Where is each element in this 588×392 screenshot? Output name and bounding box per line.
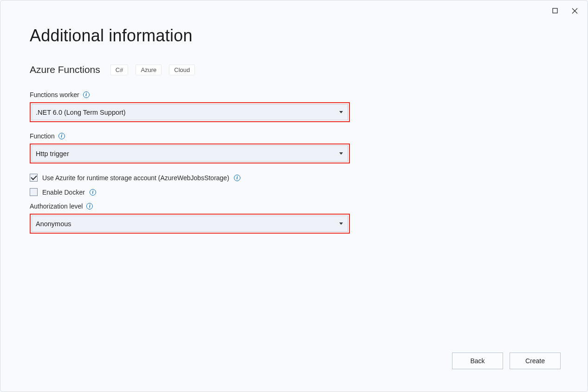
functions-worker-select[interactable]: .NET 6.0 (Long Term Support) [32, 104, 348, 120]
chevron-down-icon [339, 111, 343, 113]
select-value: Anonymous [36, 220, 71, 228]
info-icon[interactable]: i [90, 189, 96, 196]
info-icon[interactable]: i [58, 133, 65, 139]
checkbox-label: Enable Docker [42, 189, 85, 196]
functions-worker-highlight: .NET 6.0 (Long Term Support) [30, 102, 350, 122]
footer-buttons: Back Create [452, 353, 561, 369]
select-value: Http trigger [36, 150, 69, 157]
close-button[interactable] [569, 5, 580, 16]
label-text: Authorization level [30, 203, 83, 210]
docker-checkbox[interactable] [30, 188, 38, 196]
azurite-checkbox[interactable] [30, 174, 38, 182]
label-text: Function [30, 132, 55, 140]
checkbox-label: Use Azurite for runtime storage account … [42, 174, 229, 182]
info-icon[interactable]: i [86, 203, 93, 209]
svg-rect-0 [553, 8, 557, 13]
chevron-down-icon [339, 222, 343, 225]
auth-level-highlight: Anonymous [30, 214, 350, 234]
project-name: Azure Functions [30, 64, 100, 75]
page-title: Additional information [30, 26, 560, 46]
select-value: .NET 6.0 (Long Term Support) [36, 109, 126, 116]
label-text: Functions worker [30, 91, 79, 98]
project-row: Azure Functions C# Azure Cloud [30, 64, 560, 75]
content-area: Additional information Azure Functions C… [30, 26, 560, 350]
azurite-checkbox-row: Use Azurite for runtime storage account … [30, 174, 560, 182]
function-highlight: Http trigger [30, 144, 350, 163]
create-button[interactable]: Create [510, 353, 561, 369]
docker-checkbox-row: Enable Docker i [30, 188, 560, 196]
functions-worker-label: Functions worker i [30, 91, 560, 98]
tag: Azure [136, 65, 162, 75]
chevron-down-icon [339, 152, 343, 155]
maximize-button[interactable] [549, 5, 561, 16]
info-icon[interactable]: i [234, 175, 240, 181]
info-icon[interactable]: i [83, 91, 90, 98]
function-select[interactable]: Http trigger [32, 145, 348, 162]
auth-level-select[interactable]: Anonymous [32, 216, 348, 232]
back-button[interactable]: Back [452, 353, 503, 369]
tag: Cloud [169, 65, 195, 75]
tag-list: C# Azure Cloud [110, 65, 195, 75]
tag: C# [110, 65, 129, 75]
function-label: Function i [30, 132, 560, 140]
titlebar [542, 0, 588, 21]
auth-level-label: Authorization level i [30, 203, 560, 210]
dialog-window: Additional information Azure Functions C… [0, 0, 588, 392]
